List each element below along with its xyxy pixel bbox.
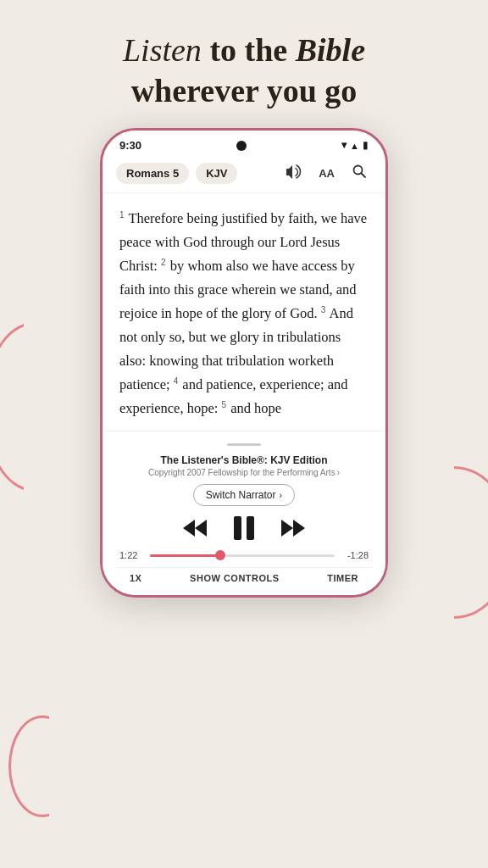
switch-narrator-button[interactable]: Switch Narrator › (193, 484, 295, 506)
headline-to-the: to the (209, 32, 295, 68)
font-label: AA (319, 167, 335, 180)
copyright-text: Copyright 2007 Fellowship for the Perfor… (148, 468, 336, 477)
scrubber-thumb[interactable] (215, 550, 225, 560)
signal-icon: ▲ (350, 141, 359, 151)
verse-2-num: 2 (161, 258, 166, 267)
verse-3-num: 3 (321, 305, 326, 314)
svg-marker-6 (281, 520, 293, 537)
phone-mockup: 9:30 ▾ ▲ ▮ Romans 5 KJV AA (0, 128, 488, 623)
audio-copyright: Copyright 2007 Fellowship for the Perfor… (116, 468, 372, 477)
headline-listen: Listen (123, 32, 202, 68)
audio-icon[interactable] (280, 160, 307, 186)
status-time: 9:30 (119, 139, 141, 152)
forward-button[interactable] (280, 516, 307, 540)
verse-1-num: 1 (119, 210, 125, 220)
speed-button[interactable]: 1X (130, 573, 141, 583)
version-badge[interactable]: KJV (196, 163, 237, 184)
battery-icon: ▮ (363, 139, 369, 152)
bottom-bar: 1X SHOW CONTROLS TIMER (116, 567, 372, 592)
verse-4-num: 4 (174, 376, 179, 386)
time-remaining: -1:28 (341, 550, 369, 560)
svg-marker-5 (293, 520, 305, 537)
switch-narrator-label: Switch Narrator (206, 489, 276, 501)
phone-screen: 9:30 ▾ ▲ ▮ Romans 5 KJV AA (100, 128, 388, 598)
svg-marker-1 (183, 520, 195, 537)
audio-panel: The Listener's Bible®: KJV Edition Copyr… (103, 431, 385, 595)
font-size-icon[interactable]: AA (313, 162, 340, 184)
headline-bible: Bible (296, 32, 365, 68)
rewind-button[interactable] (181, 516, 208, 540)
verse-5-text: and hope (227, 400, 281, 416)
timer-button[interactable]: TIMER (327, 573, 358, 583)
time-elapsed: 1:22 (119, 550, 143, 560)
search-icon[interactable] (347, 160, 372, 186)
svg-marker-2 (195, 520, 207, 537)
audio-title: The Listener's Bible®: KJV Edition (116, 454, 372, 466)
status-icons: ▾ ▲ ▮ (341, 139, 369, 152)
bg-decoration-bottom (8, 715, 76, 817)
scrubber-row: 1:22 -1:28 (116, 550, 372, 567)
verse-5-num: 5 (221, 400, 226, 409)
bible-text-area: 1 Therefore being justified by faith, we… (103, 193, 385, 431)
headline: Listen to the Bible wherever you go (0, 0, 488, 128)
chevron-right-icon: › (337, 468, 340, 477)
chapter-badge[interactable]: Romans 5 (116, 163, 189, 184)
headline-line2: wherever you go (131, 73, 358, 108)
playback-controls (116, 515, 372, 542)
narrator-chevron-icon: › (280, 490, 283, 500)
toolbar: Romans 5 KJV AA (103, 155, 385, 193)
svg-rect-3 (234, 516, 241, 540)
scrubber-fill (150, 554, 220, 557)
panel-handle (227, 443, 261, 446)
status-bar: 9:30 ▾ ▲ ▮ (103, 131, 385, 155)
camera-indicator (236, 141, 247, 151)
show-controls-button[interactable]: SHOW CONTROLS (190, 573, 280, 583)
svg-rect-4 (247, 516, 254, 540)
wifi-icon: ▾ (341, 139, 347, 152)
pause-button[interactable] (232, 515, 256, 542)
scrubber-track[interactable] (150, 554, 335, 557)
